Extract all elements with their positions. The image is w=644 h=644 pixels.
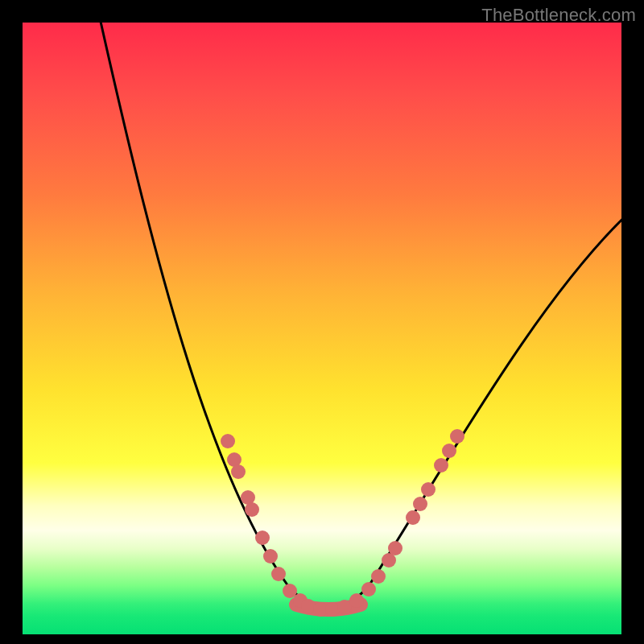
- marker-dot: [231, 464, 246, 479]
- marker-dot: [325, 602, 340, 617]
- marker-dot: [271, 567, 286, 581]
- plot-area: [23, 23, 621, 634]
- marker-dot: [221, 434, 235, 448]
- marker-dot: [349, 593, 364, 608]
- marker-dot: [388, 541, 402, 555]
- marker-dot: [406, 510, 420, 525]
- marker-dot: [263, 549, 278, 564]
- marker-dot: [371, 569, 386, 584]
- marker-dot: [413, 497, 427, 511]
- chart-frame: TheBottleneck.com: [0, 0, 644, 644]
- marker-dot: [450, 429, 464, 444]
- marker-dot: [434, 458, 448, 473]
- marker-dot: [421, 482, 436, 497]
- chart-svg: [23, 23, 621, 634]
- marker-dot: [245, 502, 259, 517]
- marker-group: [221, 429, 464, 617]
- watermark-text: TheBottleneck.com: [481, 5, 636, 26]
- marker-dot: [361, 582, 376, 597]
- bottleneck-curve: [99, 23, 621, 607]
- marker-dot: [442, 444, 456, 458]
- marker-dot: [255, 530, 270, 545]
